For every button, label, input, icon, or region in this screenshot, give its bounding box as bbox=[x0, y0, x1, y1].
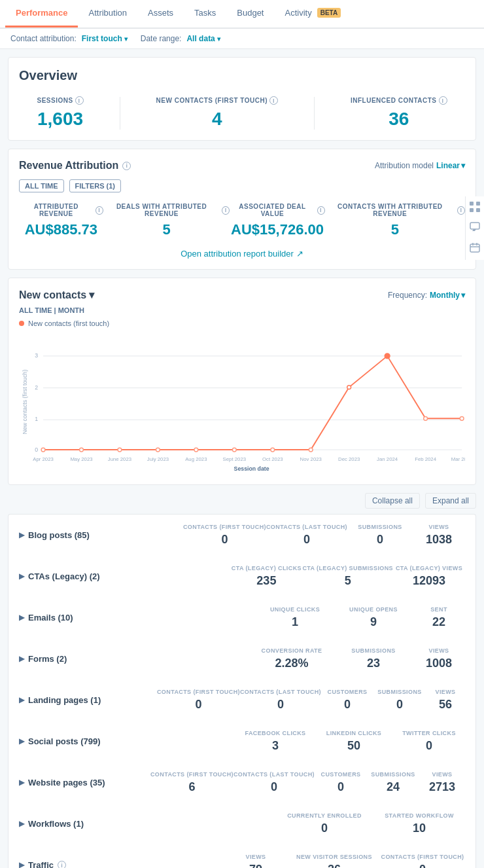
attribution-model-link[interactable]: Linear ▾ bbox=[436, 161, 465, 170]
collapse-all-button[interactable]: Collapse all bbox=[365, 493, 420, 509]
associated-deal-value: ASSOCIATED DEAL VALUE i AU$15,726.00 bbox=[230, 203, 324, 238]
social-posts-section: ▶ Social posts (799) FACEBOOK CLICKS 3 L… bbox=[8, 721, 476, 762]
svg-point-16 bbox=[309, 448, 313, 452]
beta-badge: BETA bbox=[317, 8, 341, 18]
blog-posts-metrics: CONTACTS (FIRST TOUCH) 0 CONTACTS (LAST … bbox=[137, 524, 465, 547]
date-range-label: Date range: bbox=[141, 34, 182, 43]
contact-attribution-label: Contact attribution: bbox=[10, 34, 77, 43]
expand-all-button[interactable]: Expand all bbox=[425, 493, 476, 509]
overview-title: Overview bbox=[19, 68, 465, 83]
traffic-expand-icon: ▶ bbox=[19, 861, 24, 868]
svg-text:June 2023: June 2023 bbox=[108, 456, 131, 462]
blog-posts-section: ▶ Blog posts (85) CONTACTS (FIRST TOUCH)… bbox=[8, 514, 476, 556]
calendar-sidebar-icon[interactable] bbox=[470, 242, 480, 255]
external-link-icon: ↗ bbox=[296, 249, 303, 259]
attributed-revenue-info[interactable]: i bbox=[95, 206, 103, 215]
asset-groups-container: ▶ Blog posts (85) CONTACTS (FIRST TOUCH)… bbox=[8, 514, 476, 868]
overview-stats: SESSIONS i 1,603 NEW CONTACTS (FIRST TOU… bbox=[19, 96, 465, 130]
svg-rect-37 bbox=[476, 208, 480, 212]
divider-1 bbox=[120, 97, 120, 130]
deals-info[interactable]: i bbox=[222, 206, 230, 215]
forms-name[interactable]: ▶ Forms (2) bbox=[19, 654, 137, 664]
svg-text:New contacts (first touch): New contacts (first touch) bbox=[22, 370, 28, 435]
tab-assets[interactable]: Assets bbox=[137, 0, 184, 27]
forms-metrics: CONVERSION RATE 2.28% SUBMISSIONS 23 VIE… bbox=[137, 647, 465, 670]
contact-attribution-value[interactable]: First touch ▾ bbox=[82, 34, 128, 43]
forms-row: ▶ Forms (2) CONVERSION RATE 2.28% SUBMIS… bbox=[9, 638, 475, 679]
ctas-expand-icon: ▶ bbox=[19, 572, 24, 581]
new-contacts-section: New contacts ▾ Frequency: Monthly ▾ ALL … bbox=[8, 278, 476, 485]
blog-posts-name[interactable]: ▶ Blog posts (85) bbox=[19, 530, 137, 540]
attributed-revenue: ATTRIBUTED REVENUE i AU$885.73 bbox=[19, 203, 103, 238]
workflows-row: ▶ Workflows (1) CURRENTLY ENROLLED 0 STA… bbox=[9, 803, 475, 844]
revenue-attribution-info-icon[interactable]: i bbox=[122, 162, 131, 170]
tab-performance[interactable]: Performance bbox=[5, 0, 78, 27]
website-pages-name[interactable]: ▶ Website pages (35) bbox=[19, 778, 137, 787]
new-contacts-title[interactable]: New contacts ▾ bbox=[19, 289, 94, 301]
metric-contacts-first: CONTACTS (FIRST TOUCH) 0 bbox=[183, 524, 266, 547]
influenced-contacts-value: 36 bbox=[351, 109, 447, 130]
legend-dot bbox=[19, 321, 24, 326]
svg-text:1: 1 bbox=[35, 416, 38, 422]
svg-text:Mar 2024: Mar 2024 bbox=[451, 456, 465, 462]
tab-tasks[interactable]: Tasks bbox=[184, 0, 226, 27]
emails-name[interactable]: ▶ Emails (10) bbox=[19, 613, 137, 623]
website-pages-metrics: CONTACTS (FIRST TOUCH) 6 CONTACTS (LAST … bbox=[137, 771, 465, 794]
svg-text:Aug 2023: Aug 2023 bbox=[185, 456, 207, 462]
svg-text:Apr 2023: Apr 2023 bbox=[33, 456, 54, 462]
sessions-info-icon[interactable]: i bbox=[75, 96, 84, 105]
svg-text:Nov 2023: Nov 2023 bbox=[300, 456, 322, 462]
deals-value: 5 bbox=[103, 221, 230, 238]
traffic-name[interactable]: ▶ Traffic i bbox=[19, 860, 137, 868]
chat-sidebar-icon[interactable] bbox=[470, 222, 480, 234]
overview-section: Overview SESSIONS i 1,603 NEW CONTACTS (… bbox=[8, 57, 476, 141]
emails-section: ▶ Emails (10) UNIQUE CLICKS 1 UNIQUE OPE… bbox=[8, 597, 476, 638]
social-posts-name[interactable]: ▶ Social posts (799) bbox=[19, 736, 137, 746]
new-contacts-info-icon[interactable]: i bbox=[269, 96, 278, 105]
filter-filters[interactable]: FILTERS (1) bbox=[69, 179, 122, 192]
new-contacts-chevron: ▾ bbox=[89, 289, 94, 301]
revenue-stats: ATTRIBUTED REVENUE i AU$885.73 DEALS WIT… bbox=[19, 203, 465, 238]
frequency-link[interactable]: Monthly ▾ bbox=[430, 291, 465, 300]
traffic-info-icon[interactable]: i bbox=[58, 861, 66, 868]
emails-row: ▶ Emails (10) UNIQUE CLICKS 1 UNIQUE OPE… bbox=[9, 597, 475, 638]
traffic-section: ▶ Traffic i VIEWS 79 NEW VISITOR SESSION… bbox=[8, 844, 476, 868]
influenced-contacts-label: INFLUENCED CONTACTS bbox=[351, 97, 437, 104]
tab-attribution[interactable]: Attribution bbox=[78, 0, 137, 27]
landing-pages-name[interactable]: ▶ Landing pages (1) bbox=[19, 695, 137, 705]
attributed-revenue-value: AU$885.73 bbox=[19, 221, 103, 238]
time-filter: ALL TIME | MONTH bbox=[19, 306, 465, 314]
sessions-stat: SESSIONS i 1,603 bbox=[37, 96, 83, 130]
svg-point-13 bbox=[194, 448, 198, 452]
influenced-contacts-info-icon[interactable]: i bbox=[439, 96, 447, 105]
svg-point-14 bbox=[232, 448, 236, 452]
chart-container: New contacts (first touch) 3 2 1 0 bbox=[19, 330, 465, 474]
metric-contacts-last: CONTACTS (LAST TOUCH) 0 bbox=[266, 524, 347, 547]
lp-expand-icon: ▶ bbox=[19, 696, 24, 704]
tab-activity[interactable]: Activity BETA bbox=[274, 0, 351, 27]
emails-expand-icon: ▶ bbox=[19, 613, 24, 622]
svg-text:0: 0 bbox=[35, 446, 38, 453]
tabs-bar: Performance Attribution Assets Tasks Bud… bbox=[0, 0, 484, 29]
associated-deal-value-val: AU$15,726.00 bbox=[230, 221, 324, 238]
tab-budget[interactable]: Budget bbox=[226, 0, 274, 27]
svg-rect-39 bbox=[470, 244, 479, 252]
svg-point-19 bbox=[424, 416, 428, 420]
contacts-attributed-revenue: CONTACTS WITH ATTRIBUTED REVENUE i 5 bbox=[325, 203, 465, 238]
svg-text:2: 2 bbox=[35, 384, 38, 391]
svg-text:May 2023: May 2023 bbox=[70, 456, 92, 462]
forms-section: ▶ Forms (2) CONVERSION RATE 2.28% SUBMIS… bbox=[8, 638, 476, 679]
ctas-section: ▶ CTAs (Legacy) (2) CTA (LEGACY) CLICKS … bbox=[8, 556, 476, 597]
attribution-model: Attribution model Linear ▾ bbox=[375, 161, 465, 170]
filter-all-time[interactable]: ALL TIME bbox=[19, 179, 64, 192]
divider-2 bbox=[314, 97, 315, 130]
grid-sidebar-icon[interactable] bbox=[470, 202, 480, 214]
new-contacts-stat: NEW CONTACTS (FIRST TOUCH) i 4 bbox=[156, 96, 278, 130]
ctas-name[interactable]: ▶ CTAs (Legacy) (2) bbox=[19, 571, 137, 581]
workflows-name[interactable]: ▶ Workflows (1) bbox=[19, 819, 137, 829]
contacts-attributed-info[interactable]: i bbox=[457, 206, 465, 215]
open-report-link[interactable]: Open attribution report builder ↗ bbox=[19, 249, 465, 259]
associated-deal-info[interactable]: i bbox=[317, 206, 325, 215]
date-range-value[interactable]: All data ▾ bbox=[186, 34, 220, 43]
traffic-metrics: VIEWS 79 NEW VISITOR SESSIONS 26 CONTACT… bbox=[137, 854, 465, 868]
